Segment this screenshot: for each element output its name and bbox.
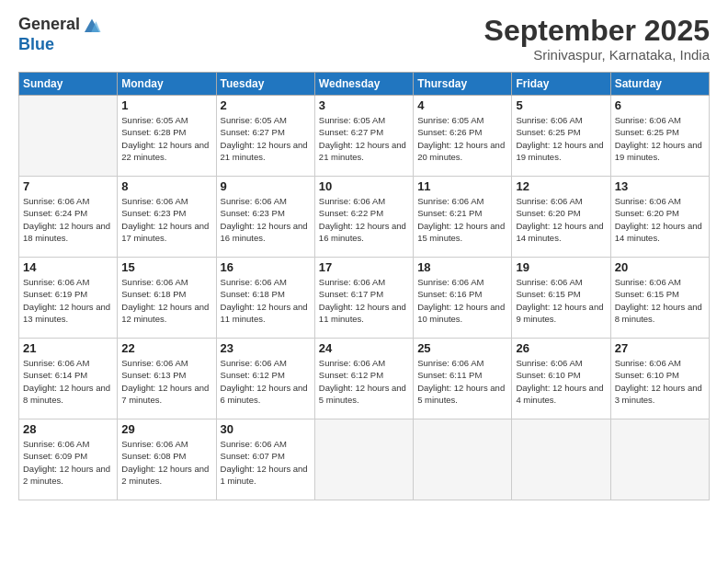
calendar-cell: 2Sunrise: 6:05 AMSunset: 6:27 PMDaylight… (216, 96, 314, 177)
logo-general: General (18, 15, 80, 35)
day-info: Sunrise: 6:06 AMSunset: 6:07 PMDaylight:… (221, 438, 311, 487)
day-info: Sunrise: 6:06 AMSunset: 6:15 PMDaylight:… (516, 276, 606, 325)
calendar-cell: 17Sunrise: 6:06 AMSunset: 6:17 PMDayligh… (314, 258, 413, 339)
day-number: 26 (516, 341, 606, 355)
calendar-cell: 26Sunrise: 6:06 AMSunset: 6:10 PMDayligh… (512, 339, 610, 419)
day-info: Sunrise: 6:06 AMSunset: 6:13 PMDaylight:… (121, 357, 211, 406)
day-info: Sunrise: 6:06 AMSunset: 6:25 PMDaylight:… (615, 114, 705, 163)
calendar-cell (414, 419, 512, 500)
calendar-cell: 24Sunrise: 6:06 AMSunset: 6:12 PMDayligh… (314, 339, 413, 419)
day-number: 24 (319, 341, 409, 355)
calendar-cell: 29Sunrise: 6:06 AMSunset: 6:08 PMDayligh… (118, 419, 216, 500)
day-info: Sunrise: 6:06 AMSunset: 6:10 PMDaylight:… (516, 357, 606, 406)
calendar-cell: 10Sunrise: 6:06 AMSunset: 6:22 PMDayligh… (314, 177, 413, 258)
day-info: Sunrise: 6:06 AMSunset: 6:11 PMDaylight:… (417, 357, 507, 406)
calendar-cell: 9Sunrise: 6:06 AMSunset: 6:23 PMDaylight… (216, 177, 314, 258)
day-info: Sunrise: 6:06 AMSunset: 6:20 PMDaylight:… (615, 195, 705, 244)
logo-icon (82, 15, 102, 35)
calendar-week-row: 7Sunrise: 6:06 AMSunset: 6:24 PMDaylight… (19, 177, 710, 258)
day-number: 18 (417, 260, 507, 274)
day-info: Sunrise: 6:06 AMSunset: 6:25 PMDaylight:… (516, 114, 606, 163)
calendar-cell: 12Sunrise: 6:06 AMSunset: 6:20 PMDayligh… (512, 177, 610, 258)
day-number: 23 (221, 341, 311, 355)
day-info: Sunrise: 6:06 AMSunset: 6:16 PMDaylight:… (417, 276, 507, 325)
calendar-cell: 20Sunrise: 6:06 AMSunset: 6:15 PMDayligh… (610, 258, 709, 339)
location-subtitle: Srinivaspur, Karnataka, India (484, 47, 710, 63)
day-info: Sunrise: 6:06 AMSunset: 6:12 PMDaylight:… (221, 357, 311, 406)
day-info: Sunrise: 6:06 AMSunset: 6:10 PMDaylight:… (615, 357, 705, 406)
calendar-cell: 15Sunrise: 6:06 AMSunset: 6:18 PMDayligh… (118, 258, 216, 339)
calendar-cell: 8Sunrise: 6:06 AMSunset: 6:23 PMDaylight… (118, 177, 216, 258)
day-number: 30 (221, 422, 311, 436)
calendar-table: Sunday Monday Tuesday Wednesday Thursday… (18, 72, 710, 500)
calendar-cell (314, 419, 413, 500)
calendar-cell: 23Sunrise: 6:06 AMSunset: 6:12 PMDayligh… (216, 339, 314, 419)
calendar-cell: 7Sunrise: 6:06 AMSunset: 6:24 PMDaylight… (19, 177, 118, 258)
day-number: 5 (516, 98, 606, 112)
weekday-header-row: Sunday Monday Tuesday Wednesday Thursday… (19, 73, 710, 96)
day-info: Sunrise: 6:06 AMSunset: 6:15 PMDaylight:… (615, 276, 705, 325)
day-number: 1 (121, 98, 211, 112)
day-number: 16 (221, 260, 311, 274)
header-friday: Friday (512, 73, 610, 96)
day-number: 20 (615, 260, 705, 274)
day-info: Sunrise: 6:06 AMSunset: 6:18 PMDaylight:… (221, 276, 311, 325)
day-info: Sunrise: 6:06 AMSunset: 6:19 PMDaylight:… (23, 276, 113, 325)
calendar-week-row: 14Sunrise: 6:06 AMSunset: 6:19 PMDayligh… (19, 258, 710, 339)
calendar-cell (512, 419, 610, 500)
page: General Blue September 2025 Srinivaspur,… (0, 0, 728, 563)
calendar-cell: 4Sunrise: 6:05 AMSunset: 6:26 PMDaylight… (414, 96, 512, 177)
calendar-cell: 16Sunrise: 6:06 AMSunset: 6:18 PMDayligh… (216, 258, 314, 339)
calendar-cell: 25Sunrise: 6:06 AMSunset: 6:11 PMDayligh… (414, 339, 512, 419)
day-info: Sunrise: 6:05 AMSunset: 6:28 PMDaylight:… (121, 114, 211, 163)
day-number: 7 (23, 179, 113, 193)
day-number: 11 (417, 179, 507, 193)
day-number: 17 (319, 260, 409, 274)
calendar-cell: 1Sunrise: 6:05 AMSunset: 6:28 PMDaylight… (118, 96, 216, 177)
day-info: Sunrise: 6:06 AMSunset: 6:09 PMDaylight:… (23, 438, 113, 487)
calendar-cell: 19Sunrise: 6:06 AMSunset: 6:15 PMDayligh… (512, 258, 610, 339)
day-number: 4 (417, 98, 507, 112)
calendar-cell (19, 96, 118, 177)
day-number: 25 (417, 341, 507, 355)
day-number: 6 (615, 98, 705, 112)
calendar-cell: 30Sunrise: 6:06 AMSunset: 6:07 PMDayligh… (216, 419, 314, 500)
calendar-cell: 13Sunrise: 6:06 AMSunset: 6:20 PMDayligh… (610, 177, 709, 258)
calendar-cell: 27Sunrise: 6:06 AMSunset: 6:10 PMDayligh… (610, 339, 709, 419)
day-number: 22 (121, 341, 211, 355)
header-tuesday: Tuesday (216, 73, 314, 96)
calendar-cell: 11Sunrise: 6:06 AMSunset: 6:21 PMDayligh… (414, 177, 512, 258)
day-info: Sunrise: 6:06 AMSunset: 6:12 PMDaylight:… (319, 357, 409, 406)
calendar-week-row: 28Sunrise: 6:06 AMSunset: 6:09 PMDayligh… (19, 419, 710, 500)
day-number: 2 (221, 98, 311, 112)
header-wednesday: Wednesday (314, 73, 413, 96)
day-number: 19 (516, 260, 606, 274)
calendar-cell (610, 419, 709, 500)
calendar-cell: 14Sunrise: 6:06 AMSunset: 6:19 PMDayligh… (19, 258, 118, 339)
month-title: September 2025 (484, 15, 710, 47)
day-number: 28 (23, 422, 113, 436)
logo-blue: Blue (18, 35, 102, 55)
day-info: Sunrise: 6:06 AMSunset: 6:18 PMDaylight:… (121, 276, 211, 325)
day-info: Sunrise: 6:06 AMSunset: 6:21 PMDaylight:… (417, 195, 507, 244)
day-info: Sunrise: 6:06 AMSunset: 6:20 PMDaylight:… (516, 195, 606, 244)
day-info: Sunrise: 6:06 AMSunset: 6:24 PMDaylight:… (23, 195, 113, 244)
day-number: 9 (221, 179, 311, 193)
day-info: Sunrise: 6:06 AMSunset: 6:17 PMDaylight:… (319, 276, 409, 325)
title-section: September 2025 Srinivaspur, Karnataka, I… (484, 15, 710, 63)
logo: General Blue (18, 15, 102, 55)
day-number: 3 (319, 98, 409, 112)
calendar-week-row: 1Sunrise: 6:05 AMSunset: 6:28 PMDaylight… (19, 96, 710, 177)
day-number: 14 (23, 260, 113, 274)
day-info: Sunrise: 6:06 AMSunset: 6:22 PMDaylight:… (319, 195, 409, 244)
logo-text: General Blue (18, 15, 102, 55)
day-info: Sunrise: 6:06 AMSunset: 6:14 PMDaylight:… (23, 357, 113, 406)
calendar-cell: 18Sunrise: 6:06 AMSunset: 6:16 PMDayligh… (414, 258, 512, 339)
calendar-cell: 22Sunrise: 6:06 AMSunset: 6:13 PMDayligh… (118, 339, 216, 419)
day-info: Sunrise: 6:05 AMSunset: 6:26 PMDaylight:… (417, 114, 507, 163)
day-number: 15 (121, 260, 211, 274)
day-info: Sunrise: 6:06 AMSunset: 6:23 PMDaylight:… (121, 195, 211, 244)
day-info: Sunrise: 6:05 AMSunset: 6:27 PMDaylight:… (319, 114, 409, 163)
calendar-cell: 6Sunrise: 6:06 AMSunset: 6:25 PMDaylight… (610, 96, 709, 177)
header-saturday: Saturday (610, 73, 709, 96)
